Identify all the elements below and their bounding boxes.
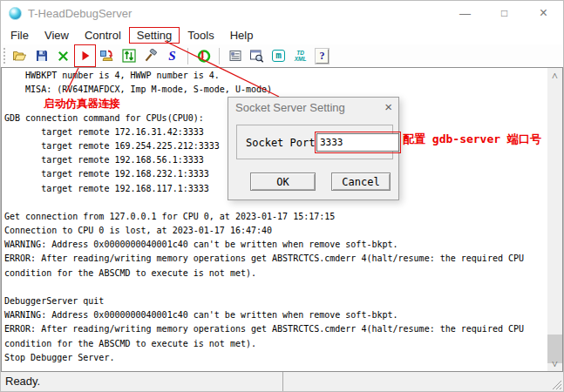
machine-mode-icon[interactable]: m: [269, 46, 288, 65]
console-line: HWBKPT number is 4, HWWP number is 4.: [4, 69, 547, 83]
socket-server-setting-dialog: Socket Server Setting × Socket Port: OK …: [228, 97, 399, 200]
dialog-close-icon[interactable]: ×: [384, 99, 392, 114]
console-line: ERROR: After reading/writing memory oper…: [4, 252, 547, 266]
toolbar: S m TD XML ?: [1, 44, 563, 67]
console-line: condition for the ABSCMD to execute is n…: [4, 337, 547, 351]
connect-emulator-icon[interactable]: [98, 46, 116, 65]
resize-grip[interactable]: [551, 379, 562, 390]
status-bar-divider: [282, 372, 283, 391]
socket-port-input[interactable]: [316, 133, 399, 152]
dialog-title: Socket Server Setting: [235, 101, 345, 114]
toolbar-separator: [219, 48, 220, 64]
xml-config-icon[interactable]: TD XML: [291, 46, 309, 65]
menu-item-view[interactable]: View: [37, 27, 77, 44]
start-debug-icon[interactable]: [76, 46, 94, 65]
title-bar: T-HeadDebugServer — □ ×: [1, 1, 563, 25]
console-line: condition for the ABSCMD to execute is n…: [4, 267, 547, 280]
console-line: Get connection from 127.0.0.1 for CPU 0,…: [4, 210, 547, 224]
delete-icon[interactable]: [54, 46, 72, 65]
window-title: T-HeadDebugServer: [28, 7, 132, 20]
maximize-button[interactable]: □: [485, 1, 524, 25]
menu-item-control[interactable]: Control: [77, 27, 129, 44]
scroll-up-icon[interactable]: ˄: [547, 68, 562, 83]
memory-search-icon[interactable]: [248, 46, 266, 65]
step-icon[interactable]: S: [163, 46, 181, 65]
stop-debugger-icon[interactable]: [194, 46, 213, 65]
ok-button[interactable]: OK: [250, 172, 316, 191]
menu-item-setting[interactable]: Setting: [129, 27, 180, 44]
socket-port-groupbox: Socket Port:: [236, 125, 393, 159]
xml-icon-line1: TD: [296, 50, 304, 56]
properties-icon[interactable]: [226, 46, 244, 65]
console-line: ERROR: After reading/writing memory oper…: [4, 322, 547, 336]
toolbar-separator: [187, 48, 188, 64]
xml-icon-line2: XML: [295, 56, 307, 62]
reset-icon[interactable]: [119, 46, 138, 65]
console-line: Connection to CPU 0 is lost, at 2023-01-…: [4, 224, 547, 238]
build-icon[interactable]: [141, 46, 160, 65]
socket-port-label: Socket Port:: [246, 137, 322, 149]
toolbar-grip: [3, 48, 6, 64]
help-icon[interactable]: ?: [313, 46, 331, 65]
app-window: T-HeadDebugServer — □ × FileViewControlS…: [0, 0, 564, 392]
console-line: [4, 280, 547, 294]
app-icon: [9, 7, 22, 20]
minimize-button[interactable]: —: [445, 1, 485, 25]
console-line: MISA: (RV64IMAFDCX, Imp M-mode, S-mode, …: [4, 83, 547, 97]
dialog-title-bar[interactable]: Socket Server Setting ×: [228, 98, 398, 118]
console-line: DebuggerServer quit: [4, 294, 547, 308]
console-line: Stop Debugger Server.: [4, 351, 547, 365]
menu-item-help[interactable]: Help: [222, 27, 262, 44]
status-message: Ready.: [5, 375, 40, 388]
menu-item-file[interactable]: File: [3, 27, 37, 44]
annotation-configure-port: 配置 gdb-server 端口号: [403, 132, 541, 147]
open-file-icon[interactable]: [10, 46, 29, 65]
status-bar: Ready.: [1, 372, 563, 391]
menu-bar: FileViewControlSettingToolsHelp: [1, 25, 563, 44]
close-button[interactable]: ×: [524, 1, 563, 25]
socket-port-field-annotation-box: [316, 133, 399, 152]
menu-item-tools[interactable]: Tools: [180, 27, 221, 44]
cancel-button[interactable]: Cancel: [331, 172, 391, 191]
vertical-scrollbar[interactable]: ˄ ˅: [547, 68, 562, 371]
save-icon[interactable]: [32, 46, 51, 65]
console-line: WARNING: Address 0x0000000040001c40 can'…: [4, 238, 547, 252]
console-line: WARNING: Address 0x0000000040001c40 can'…: [4, 308, 547, 322]
scroll-down-icon[interactable]: ˅: [547, 356, 562, 371]
